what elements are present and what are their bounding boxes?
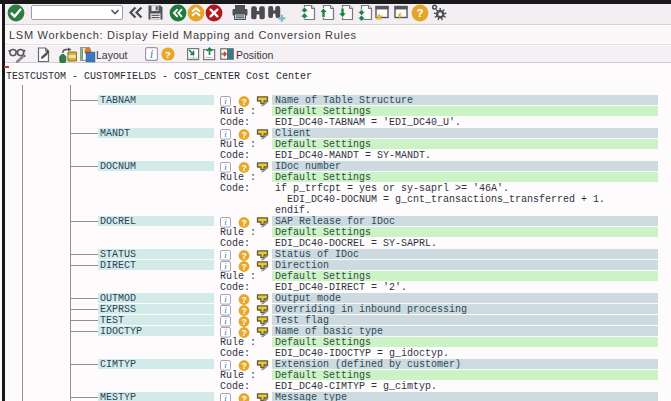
svg-text:?: ?	[241, 295, 246, 305]
svg-text:?: ?	[416, 7, 423, 19]
svg-text:?: ?	[241, 251, 246, 261]
svg-text:?: ?	[165, 49, 171, 60]
svg-text:?: ?	[241, 317, 246, 327]
svg-text:?: ?	[241, 306, 246, 316]
svg-text:?: ?	[241, 394, 246, 401]
svg-text:i: i	[150, 48, 153, 60]
